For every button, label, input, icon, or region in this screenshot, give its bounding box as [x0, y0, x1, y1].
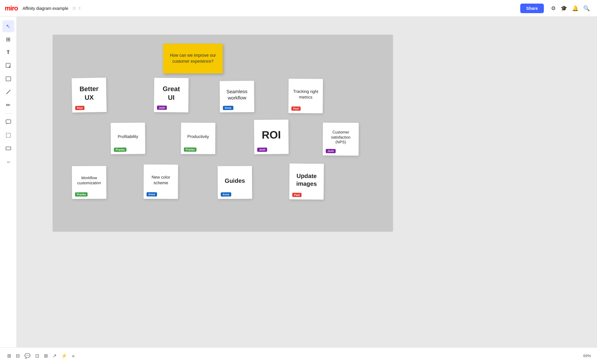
sticky-tag: Anne	[221, 192, 231, 196]
notification-icon[interactable]: 🔔	[572, 5, 578, 12]
sticky-tag: Josh	[326, 149, 336, 153]
sticky-tag: Pranka	[75, 192, 88, 196]
frames-tool[interactable]: ⊞	[2, 33, 14, 45]
bottom-toolbar: ⊞ ⊟ 💬 ⊡ ⊞ ↗ ⚡ « 69%	[0, 347, 597, 364]
shape-tool[interactable]	[2, 73, 14, 85]
svg-rect-3	[6, 120, 11, 123]
sticky-text: Workflow customization	[76, 170, 103, 192]
sticky-text: Tracking right metrics	[292, 82, 320, 106]
sticky-tag: Paul	[292, 193, 302, 197]
sticky-tracking-right-metrics[interactable]: Tracking right metrics Paul	[288, 79, 323, 113]
main-question-note[interactable]: How can we improve our customer experien…	[163, 44, 223, 73]
crop-tool[interactable]	[2, 129, 14, 141]
search-icon[interactable]: 🔍	[583, 5, 590, 12]
sticky-tool[interactable]	[2, 60, 14, 72]
sticky-tag: Josh	[157, 106, 167, 110]
left-toolbar: ↖ ⊞ T ✏ ···	[0, 17, 17, 347]
svg-line-2	[6, 90, 10, 94]
canvas[interactable]: How can we improve our customer experien…	[17, 17, 597, 347]
sticky-workflow-customization[interactable]: Workflow customization Pranka	[72, 166, 107, 199]
comment-tool[interactable]	[2, 116, 14, 128]
sticky-tag: Pranka	[184, 148, 197, 152]
sticky-tag: Pranka	[114, 148, 126, 152]
text-tool[interactable]: T	[2, 47, 14, 59]
pen-tool[interactable]: ✏	[2, 99, 14, 111]
sticky-tag: Anne	[147, 192, 157, 196]
board: How can we improve our customer experien…	[53, 35, 393, 232]
svg-rect-1	[6, 77, 11, 81]
svg-rect-5	[6, 147, 11, 150]
zoom-level[interactable]: 69%	[583, 354, 591, 358]
export-tool[interactable]: ↗	[53, 353, 56, 359]
sticky-profitability[interactable]: Profitability Pranka	[111, 123, 145, 154]
sticky-text: Profitability	[114, 126, 142, 147]
share-upload-icon[interactable]: ↑	[79, 6, 81, 11]
sticky-update-images[interactable]: Update images Paul	[289, 164, 324, 200]
sticky-text: GreatUI	[158, 82, 185, 105]
sticky-text: Update images	[293, 167, 320, 193]
more-tools[interactable]: ···	[2, 156, 14, 168]
settings-icon[interactable]: ⚙	[551, 5, 556, 12]
lightning-tool[interactable]: ⚡	[61, 353, 67, 359]
sticky-tag: Paul	[75, 106, 85, 110]
sticky-tag: Anne	[223, 106, 233, 110]
sticky-customer-satisfaction[interactable]: Customer satisfaction (NPS) Josh	[323, 123, 359, 156]
sticky-text: Customer satisfaction (NPS)	[326, 126, 355, 149]
sticky-better-ux[interactable]: BetterUX Paul	[72, 78, 107, 113]
sticky-great-ui[interactable]: GreatUI Josh	[154, 78, 189, 113]
sticky-text: Guides	[221, 170, 248, 192]
header: miro Affinity diagram example ☆ ↑ Share …	[0, 0, 597, 17]
layout-tool[interactable]: ⊞	[44, 353, 48, 359]
sticky-productivity[interactable]: Productivity Pranka	[181, 123, 216, 154]
comment-tool-bottom[interactable]: 💬	[24, 353, 30, 359]
frame-tool-bottom[interactable]: ⊡	[35, 353, 39, 359]
app-logo[interactable]: miro	[5, 4, 18, 12]
sticky-seamless-workflow[interactable]: Seamlessworkflow Anne	[220, 81, 254, 113]
board-tool[interactable]: ⊟	[16, 353, 20, 359]
sticky-roi[interactable]: ROI Josh	[254, 120, 289, 154]
sticky-text: Productivity	[185, 126, 212, 147]
svg-rect-4	[6, 133, 10, 137]
education-icon[interactable]: 🎓	[561, 5, 567, 12]
cursor-tool[interactable]: ↖	[2, 20, 14, 32]
sticky-text: New color scheme	[147, 168, 174, 192]
sticky-text: Seamlessworkflow	[223, 85, 251, 105]
star-icon[interactable]: ☆	[72, 5, 76, 11]
grid-tool[interactable]: ⊞	[7, 353, 11, 359]
share-button[interactable]: Share	[520, 4, 544, 13]
sticky-tag: Paul	[291, 107, 301, 111]
sticky-tag: Josh	[257, 148, 267, 152]
sticky-guides[interactable]: Guides Anne	[218, 166, 252, 199]
sticky-text: BetterUX	[75, 81, 103, 105]
chevrons-tool[interactable]: «	[72, 353, 75, 359]
sticky-new-color-scheme[interactable]: New color scheme Anne	[144, 165, 178, 199]
frame-tool[interactable]	[2, 142, 14, 154]
sticky-text: ROI	[258, 123, 285, 147]
line-tool[interactable]	[2, 86, 14, 98]
main-note-text: How can we improve our customer experien…	[167, 53, 219, 64]
document-title[interactable]: Affinity diagram example	[23, 6, 68, 11]
